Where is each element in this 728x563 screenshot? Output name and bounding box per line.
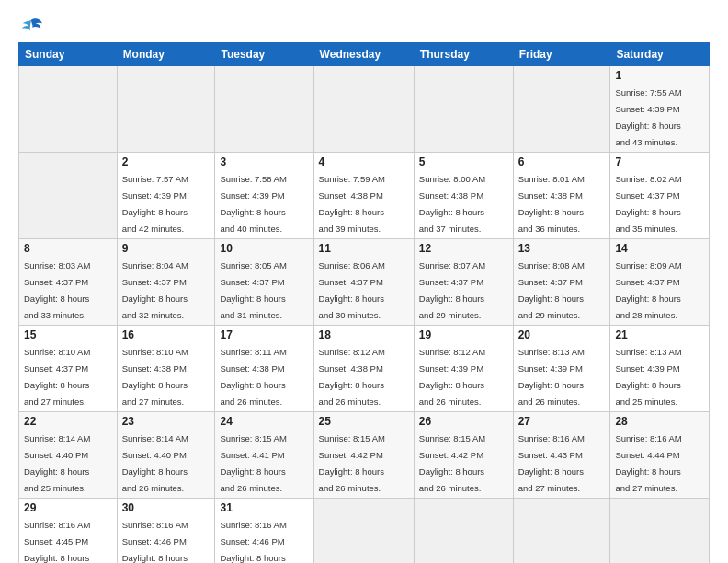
- day-info: Sunrise: 7:58 AMSunset: 4:39 PMDaylight:…: [220, 174, 286, 234]
- calendar-cell: 24Sunrise: 8:15 AMSunset: 4:41 PMDayligh…: [215, 412, 313, 499]
- calendar-cell: 6Sunrise: 8:01 AMSunset: 4:38 PMDaylight…: [513, 153, 610, 239]
- calendar-cell-empty: [19, 66, 118, 153]
- day-number: 12: [419, 242, 508, 255]
- day-number: 28: [615, 415, 704, 428]
- day-number: 17: [220, 328, 308, 341]
- day-info: Sunrise: 8:03 AMSunset: 4:37 PMDaylight:…: [24, 260, 90, 320]
- day-number: 30: [122, 501, 210, 514]
- calendar-day-header: Wednesday: [313, 43, 414, 66]
- day-info: Sunrise: 8:05 AMSunset: 4:37 PMDaylight:…: [220, 260, 286, 320]
- day-number: 4: [319, 155, 409, 168]
- calendar-cell: 28Sunrise: 8:16 AMSunset: 4:44 PMDayligh…: [610, 412, 710, 499]
- page: SundayMondayTuesdayWednesdayThursdayFrid…: [0, 0, 728, 563]
- day-info: Sunrise: 8:13 AMSunset: 4:39 PMDaylight:…: [615, 347, 681, 407]
- day-info: Sunrise: 8:10 AMSunset: 4:38 PMDaylight:…: [122, 347, 188, 407]
- day-info: Sunrise: 8:00 AMSunset: 4:38 PMDaylight:…: [419, 174, 485, 234]
- day-info: Sunrise: 8:16 AMSunset: 4:45 PMDaylight:…: [24, 520, 90, 563]
- calendar-cell: 20Sunrise: 8:13 AMSunset: 4:39 PMDayligh…: [513, 326, 610, 412]
- day-info: Sunrise: 8:11 AMSunset: 4:38 PMDaylight:…: [220, 347, 286, 407]
- calendar-cell: 12Sunrise: 8:07 AMSunset: 4:37 PMDayligh…: [414, 239, 513, 326]
- day-info: Sunrise: 8:04 AMSunset: 4:37 PMDaylight:…: [122, 260, 188, 320]
- header: [18, 17, 710, 37]
- day-info: Sunrise: 7:59 AMSunset: 4:38 PMDaylight:…: [319, 174, 385, 234]
- day-info: Sunrise: 8:01 AMSunset: 4:38 PMDaylight:…: [518, 174, 585, 234]
- calendar-cell: 17Sunrise: 8:11 AMSunset: 4:38 PMDayligh…: [215, 326, 313, 412]
- day-info: Sunrise: 8:15 AMSunset: 4:42 PMDaylight:…: [319, 433, 385, 493]
- calendar-cell-empty: [19, 153, 118, 239]
- day-number: 2: [122, 155, 210, 168]
- calendar-cell: 27Sunrise: 8:16 AMSunset: 4:43 PMDayligh…: [513, 412, 610, 499]
- calendar-cell: 4Sunrise: 7:59 AMSunset: 4:38 PMDaylight…: [313, 153, 414, 239]
- calendar-day-header: Tuesday: [215, 43, 313, 66]
- day-number: 5: [419, 155, 508, 168]
- calendar-week-row: 1Sunrise: 7:55 AMSunset: 4:39 PMDaylight…: [19, 66, 710, 153]
- day-number: 3: [220, 155, 308, 168]
- day-number: 14: [615, 242, 704, 255]
- calendar-cell-empty: [610, 499, 710, 564]
- calendar-week-row: 29Sunrise: 8:16 AMSunset: 4:45 PMDayligh…: [19, 499, 710, 564]
- calendar-day-header: Saturday: [610, 43, 710, 66]
- day-info: Sunrise: 8:12 AMSunset: 4:38 PMDaylight:…: [319, 347, 385, 407]
- calendar-cell: 26Sunrise: 8:15 AMSunset: 4:42 PMDayligh…: [414, 412, 513, 499]
- calendar-week-row: 8Sunrise: 8:03 AMSunset: 4:37 PMDaylight…: [19, 239, 710, 326]
- day-number: 9: [122, 242, 210, 255]
- calendar-cell-empty: [215, 66, 313, 153]
- calendar-cell-empty: [313, 66, 414, 153]
- calendar-cell: 18Sunrise: 8:12 AMSunset: 4:38 PMDayligh…: [313, 326, 414, 412]
- day-number: 26: [419, 415, 508, 428]
- day-info: Sunrise: 8:15 AMSunset: 4:41 PMDaylight:…: [220, 433, 286, 493]
- day-info: Sunrise: 8:15 AMSunset: 4:42 PMDaylight:…: [419, 433, 485, 493]
- day-number: 20: [518, 328, 606, 341]
- calendar-cell: 13Sunrise: 8:08 AMSunset: 4:37 PMDayligh…: [513, 239, 610, 326]
- calendar-header-row: SundayMondayTuesdayWednesdayThursdayFrid…: [19, 43, 710, 66]
- calendar-day-header: Thursday: [414, 43, 513, 66]
- day-number: 13: [518, 242, 606, 255]
- calendar-cell: 11Sunrise: 8:06 AMSunset: 4:37 PMDayligh…: [313, 239, 414, 326]
- logo: [18, 17, 48, 37]
- calendar-cell-empty: [313, 499, 414, 564]
- calendar-cell: 1Sunrise: 7:55 AMSunset: 4:39 PMDaylight…: [610, 66, 710, 153]
- calendar-cell: 16Sunrise: 8:10 AMSunset: 4:38 PMDayligh…: [117, 326, 215, 412]
- day-number: 29: [24, 501, 112, 514]
- day-info: Sunrise: 8:16 AMSunset: 4:46 PMDaylight:…: [220, 520, 286, 563]
- calendar-cell: 15Sunrise: 8:10 AMSunset: 4:37 PMDayligh…: [19, 326, 118, 412]
- day-number: 22: [24, 415, 112, 428]
- day-number: 19: [419, 328, 508, 341]
- day-info: Sunrise: 7:57 AMSunset: 4:39 PMDaylight:…: [122, 174, 188, 234]
- day-number: 7: [615, 155, 704, 168]
- day-number: 8: [24, 242, 112, 255]
- day-info: Sunrise: 8:14 AMSunset: 4:40 PMDaylight:…: [122, 433, 188, 493]
- calendar-table: SundayMondayTuesdayWednesdayThursdayFrid…: [18, 42, 710, 563]
- day-number: 31: [220, 501, 308, 514]
- calendar-cell: 14Sunrise: 8:09 AMSunset: 4:37 PMDayligh…: [610, 239, 710, 326]
- day-number: 6: [518, 155, 606, 168]
- calendar-week-row: 2Sunrise: 7:57 AMSunset: 4:39 PMDaylight…: [19, 153, 710, 239]
- day-number: 18: [319, 328, 409, 341]
- day-info: Sunrise: 8:12 AMSunset: 4:39 PMDaylight:…: [419, 347, 485, 407]
- day-info: Sunrise: 8:13 AMSunset: 4:39 PMDaylight:…: [518, 347, 585, 407]
- calendar-cell: 10Sunrise: 8:05 AMSunset: 4:37 PMDayligh…: [215, 239, 313, 326]
- calendar-cell: 23Sunrise: 8:14 AMSunset: 4:40 PMDayligh…: [117, 412, 215, 499]
- day-number: 10: [220, 242, 308, 255]
- day-info: Sunrise: 8:09 AMSunset: 4:37 PMDaylight:…: [615, 260, 681, 320]
- calendar-cell: 9Sunrise: 8:04 AMSunset: 4:37 PMDaylight…: [117, 239, 215, 326]
- calendar-cell: 22Sunrise: 8:14 AMSunset: 4:40 PMDayligh…: [19, 412, 118, 499]
- calendar-cell: 31Sunrise: 8:16 AMSunset: 4:46 PMDayligh…: [215, 499, 313, 564]
- calendar-cell-empty: [414, 499, 513, 564]
- calendar-cell: 25Sunrise: 8:15 AMSunset: 4:42 PMDayligh…: [313, 412, 414, 499]
- calendar-cell-empty: [513, 66, 610, 153]
- calendar-cell-empty: [117, 66, 215, 153]
- calendar-cell: 2Sunrise: 7:57 AMSunset: 4:39 PMDaylight…: [117, 153, 215, 239]
- calendar-cell: 7Sunrise: 8:02 AMSunset: 4:37 PMDaylight…: [610, 153, 710, 239]
- day-number: 27: [518, 415, 606, 428]
- day-info: Sunrise: 7:55 AMSunset: 4:39 PMDaylight:…: [615, 87, 681, 147]
- day-number: 15: [24, 328, 112, 341]
- day-number: 24: [220, 415, 308, 428]
- day-number: 21: [615, 328, 704, 341]
- day-info: Sunrise: 8:16 AMSunset: 4:46 PMDaylight:…: [122, 520, 188, 563]
- calendar-cell: 30Sunrise: 8:16 AMSunset: 4:46 PMDayligh…: [117, 499, 215, 564]
- calendar-day-header: Monday: [117, 43, 215, 66]
- calendar-cell: 8Sunrise: 8:03 AMSunset: 4:37 PMDaylight…: [19, 239, 118, 326]
- calendar-cell: 29Sunrise: 8:16 AMSunset: 4:45 PMDayligh…: [19, 499, 118, 564]
- calendar-cell: 5Sunrise: 8:00 AMSunset: 4:38 PMDaylight…: [414, 153, 513, 239]
